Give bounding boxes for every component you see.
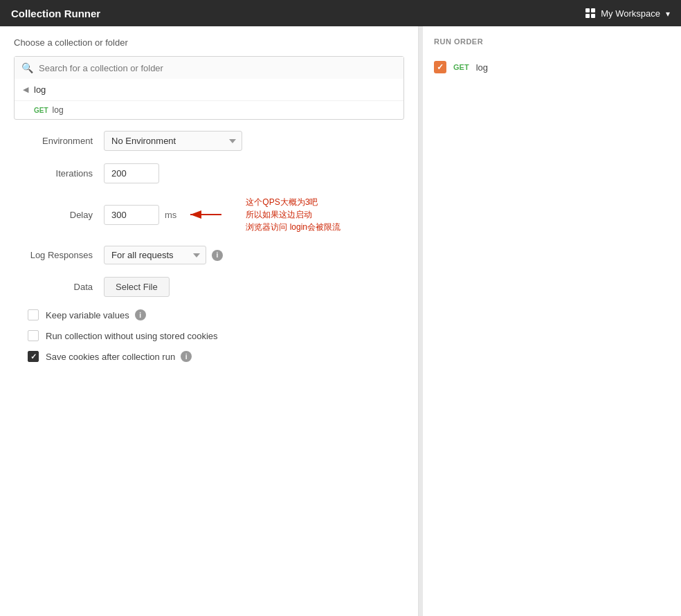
delay-annotation-wrap: ms 这个QPS大概为3吧 所以如果这边启动 浏览器访问 login会被限流 — [104, 196, 340, 233]
run-item-name: log — [476, 62, 488, 73]
log-responses-select[interactable]: For all requests For failed requests Non… — [104, 246, 206, 264]
run-order-label: RUN ORDER — [434, 37, 670, 46]
search-input[interactable] — [39, 63, 397, 73]
grid-icon — [585, 8, 595, 18]
keep-variable-info-icon[interactable]: i — [135, 309, 146, 320]
delay-input[interactable] — [104, 205, 159, 225]
delay-label: Delay — [14, 210, 104, 220]
workspace-selector[interactable]: My Workspace — [585, 8, 670, 19]
workspace-label: My Workspace — [601, 8, 660, 19]
chevron-down-icon — [666, 8, 670, 19]
search-icon: 🔍 — [21, 62, 33, 73]
collection-item-name: log — [34, 84, 46, 95]
right-panel: RUN ORDER GET log — [423, 26, 681, 616]
left-panel: Choose a collection or folder 🔍 ◀ log GE… — [0, 26, 419, 616]
iterations-input[interactable] — [104, 163, 159, 183]
data-label: Data — [14, 282, 104, 292]
app-title: Collection Runner — [11, 8, 100, 19]
collapse-arrow-icon: ◀ — [23, 85, 28, 94]
collection-item-log[interactable]: ◀ log — [15, 79, 403, 101]
collection-search-container: 🔍 ◀ log GET log — [14, 56, 404, 120]
save-cookies-checkbox[interactable] — [28, 351, 39, 362]
run-without-cookies-checkbox[interactable] — [28, 330, 39, 341]
save-cookies-row: Save cookies after collection run i — [28, 351, 404, 362]
save-cookies-label: Save cookies after collection run — [46, 352, 175, 362]
environment-select[interactable]: No Environment — [104, 131, 242, 151]
log-responses-info-icon[interactable]: i — [212, 250, 223, 261]
collection-list: ◀ log GET log — [15, 79, 403, 119]
method-badge: GET — [34, 107, 48, 114]
select-file-button[interactable]: Select File — [104, 277, 170, 297]
iterations-label: Iterations — [14, 168, 104, 179]
run-item-checkbox[interactable] — [434, 61, 446, 73]
data-row: Data Select File — [14, 277, 404, 297]
log-responses-row: Log Responses For all requests For faile… — [14, 246, 404, 264]
iterations-row: Iterations — [14, 163, 404, 183]
main-layout: Choose a collection or folder 🔍 ◀ log GE… — [0, 26, 681, 616]
arrow-icon — [183, 204, 225, 225]
delay-row: Delay ms 这个QPS大概为3吧 所以如果这边启动 浏览器访问 l — [14, 196, 404, 233]
save-cookies-info-icon[interactable]: i — [181, 351, 192, 362]
sub-item-name: log — [53, 105, 64, 115]
environment-label: Environment — [14, 136, 104, 146]
keep-variable-label: Keep variable values — [46, 310, 129, 320]
app-header: Collection Runner My Workspace — [0, 0, 681, 26]
keep-variable-checkbox[interactable] — [28, 309, 39, 320]
section-label: Choose a collection or folder — [14, 37, 404, 48]
run-without-cookies-row: Run collection without using stored cook… — [28, 330, 404, 341]
run-without-cookies-label: Run collection without using stored cook… — [46, 331, 218, 341]
run-order-item: GET log — [434, 57, 670, 78]
log-responses-label: Log Responses — [14, 250, 104, 260]
log-responses-control: For all requests For failed requests Non… — [104, 246, 223, 264]
search-header: 🔍 — [15, 57, 403, 79]
run-method-badge: GET — [453, 63, 469, 71]
annotation-text: 这个QPS大概为3吧 所以如果这边启动 浏览器访问 login会被限流 — [246, 196, 340, 233]
environment-row: Environment No Environment — [14, 131, 404, 151]
delay-unit: ms — [165, 210, 176, 220]
collection-sub-item[interactable]: GET log — [15, 101, 403, 119]
keep-variable-row: Keep variable values i — [28, 309, 404, 320]
